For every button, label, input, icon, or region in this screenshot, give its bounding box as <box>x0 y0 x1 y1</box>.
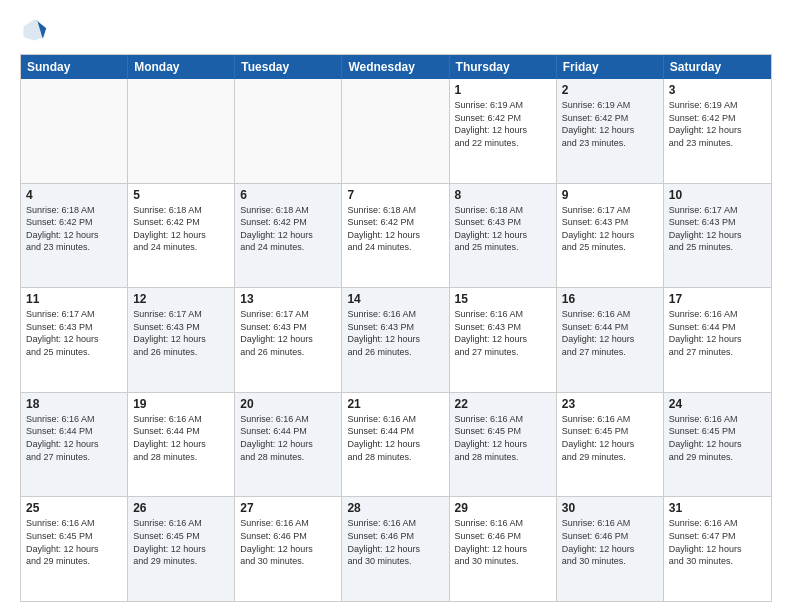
logo <box>20 16 52 44</box>
day-number: 9 <box>562 188 658 202</box>
calendar-cell: 21Sunrise: 6:16 AM Sunset: 6:44 PM Dayli… <box>342 393 449 497</box>
calendar-cell: 11Sunrise: 6:17 AM Sunset: 6:43 PM Dayli… <box>21 288 128 392</box>
day-number: 28 <box>347 501 443 515</box>
day-info: Sunrise: 6:16 AM Sunset: 6:44 PM Dayligh… <box>133 413 229 463</box>
day-info: Sunrise: 6:16 AM Sunset: 6:44 PM Dayligh… <box>562 308 658 358</box>
calendar-cell: 29Sunrise: 6:16 AM Sunset: 6:46 PM Dayli… <box>450 497 557 601</box>
day-info: Sunrise: 6:18 AM Sunset: 6:42 PM Dayligh… <box>26 204 122 254</box>
day-info: Sunrise: 6:16 AM Sunset: 6:44 PM Dayligh… <box>347 413 443 463</box>
calendar-cell <box>342 79 449 183</box>
calendar-cell: 20Sunrise: 6:16 AM Sunset: 6:44 PM Dayli… <box>235 393 342 497</box>
day-info: Sunrise: 6:16 AM Sunset: 6:44 PM Dayligh… <box>240 413 336 463</box>
day-info: Sunrise: 6:16 AM Sunset: 6:43 PM Dayligh… <box>455 308 551 358</box>
day-info: Sunrise: 6:17 AM Sunset: 6:43 PM Dayligh… <box>562 204 658 254</box>
calendar-cell: 27Sunrise: 6:16 AM Sunset: 6:46 PM Dayli… <box>235 497 342 601</box>
day-info: Sunrise: 6:16 AM Sunset: 6:45 PM Dayligh… <box>455 413 551 463</box>
calendar-cell: 31Sunrise: 6:16 AM Sunset: 6:47 PM Dayli… <box>664 497 771 601</box>
day-number: 15 <box>455 292 551 306</box>
day-number: 18 <box>26 397 122 411</box>
day-number: 5 <box>133 188 229 202</box>
day-number: 10 <box>669 188 766 202</box>
day-info: Sunrise: 6:16 AM Sunset: 6:45 PM Dayligh… <box>669 413 766 463</box>
day-number: 4 <box>26 188 122 202</box>
calendar-row: 11Sunrise: 6:17 AM Sunset: 6:43 PM Dayli… <box>21 288 771 393</box>
day-info: Sunrise: 6:16 AM Sunset: 6:46 PM Dayligh… <box>240 517 336 567</box>
calendar-row: 1Sunrise: 6:19 AM Sunset: 6:42 PM Daylig… <box>21 79 771 184</box>
day-info: Sunrise: 6:16 AM Sunset: 6:43 PM Dayligh… <box>347 308 443 358</box>
calendar-cell: 14Sunrise: 6:16 AM Sunset: 6:43 PM Dayli… <box>342 288 449 392</box>
calendar-cell <box>21 79 128 183</box>
calendar-row: 18Sunrise: 6:16 AM Sunset: 6:44 PM Dayli… <box>21 393 771 498</box>
calendar-cell: 9Sunrise: 6:17 AM Sunset: 6:43 PM Daylig… <box>557 184 664 288</box>
day-info: Sunrise: 6:18 AM Sunset: 6:43 PM Dayligh… <box>455 204 551 254</box>
calendar-body: 1Sunrise: 6:19 AM Sunset: 6:42 PM Daylig… <box>21 79 771 601</box>
calendar-cell: 23Sunrise: 6:16 AM Sunset: 6:45 PM Dayli… <box>557 393 664 497</box>
calendar-cell: 30Sunrise: 6:16 AM Sunset: 6:46 PM Dayli… <box>557 497 664 601</box>
calendar-cell: 12Sunrise: 6:17 AM Sunset: 6:43 PM Dayli… <box>128 288 235 392</box>
day-of-week-header: Saturday <box>664 55 771 79</box>
day-info: Sunrise: 6:17 AM Sunset: 6:43 PM Dayligh… <box>669 204 766 254</box>
day-number: 26 <box>133 501 229 515</box>
calendar-cell <box>235 79 342 183</box>
calendar-cell: 7Sunrise: 6:18 AM Sunset: 6:42 PM Daylig… <box>342 184 449 288</box>
day-info: Sunrise: 6:19 AM Sunset: 6:42 PM Dayligh… <box>562 99 658 149</box>
day-info: Sunrise: 6:18 AM Sunset: 6:42 PM Dayligh… <box>347 204 443 254</box>
day-number: 17 <box>669 292 766 306</box>
day-number: 29 <box>455 501 551 515</box>
calendar-cell: 25Sunrise: 6:16 AM Sunset: 6:45 PM Dayli… <box>21 497 128 601</box>
header <box>20 16 772 44</box>
day-info: Sunrise: 6:19 AM Sunset: 6:42 PM Dayligh… <box>669 99 766 149</box>
day-number: 22 <box>455 397 551 411</box>
day-number: 27 <box>240 501 336 515</box>
day-of-week-header: Wednesday <box>342 55 449 79</box>
day-number: 11 <box>26 292 122 306</box>
calendar-cell: 6Sunrise: 6:18 AM Sunset: 6:42 PM Daylig… <box>235 184 342 288</box>
day-info: Sunrise: 6:18 AM Sunset: 6:42 PM Dayligh… <box>133 204 229 254</box>
day-of-week-header: Thursday <box>450 55 557 79</box>
calendar-cell: 10Sunrise: 6:17 AM Sunset: 6:43 PM Dayli… <box>664 184 771 288</box>
calendar-row: 25Sunrise: 6:16 AM Sunset: 6:45 PM Dayli… <box>21 497 771 601</box>
day-number: 21 <box>347 397 443 411</box>
calendar-cell: 3Sunrise: 6:19 AM Sunset: 6:42 PM Daylig… <box>664 79 771 183</box>
day-number: 23 <box>562 397 658 411</box>
day-of-week-header: Monday <box>128 55 235 79</box>
day-number: 16 <box>562 292 658 306</box>
calendar-cell: 2Sunrise: 6:19 AM Sunset: 6:42 PM Daylig… <box>557 79 664 183</box>
calendar-cell: 17Sunrise: 6:16 AM Sunset: 6:44 PM Dayli… <box>664 288 771 392</box>
day-number: 14 <box>347 292 443 306</box>
day-info: Sunrise: 6:17 AM Sunset: 6:43 PM Dayligh… <box>26 308 122 358</box>
calendar-header: SundayMondayTuesdayWednesdayThursdayFrid… <box>21 55 771 79</box>
day-number: 24 <box>669 397 766 411</box>
day-info: Sunrise: 6:17 AM Sunset: 6:43 PM Dayligh… <box>240 308 336 358</box>
day-number: 6 <box>240 188 336 202</box>
calendar-cell: 1Sunrise: 6:19 AM Sunset: 6:42 PM Daylig… <box>450 79 557 183</box>
day-number: 30 <box>562 501 658 515</box>
day-number: 19 <box>133 397 229 411</box>
calendar-cell: 28Sunrise: 6:16 AM Sunset: 6:46 PM Dayli… <box>342 497 449 601</box>
day-number: 7 <box>347 188 443 202</box>
calendar-cell <box>128 79 235 183</box>
day-number: 31 <box>669 501 766 515</box>
day-number: 2 <box>562 83 658 97</box>
day-number: 13 <box>240 292 336 306</box>
day-info: Sunrise: 6:17 AM Sunset: 6:43 PM Dayligh… <box>133 308 229 358</box>
calendar-cell: 24Sunrise: 6:16 AM Sunset: 6:45 PM Dayli… <box>664 393 771 497</box>
day-info: Sunrise: 6:16 AM Sunset: 6:47 PM Dayligh… <box>669 517 766 567</box>
day-number: 25 <box>26 501 122 515</box>
calendar-cell: 22Sunrise: 6:16 AM Sunset: 6:45 PM Dayli… <box>450 393 557 497</box>
day-info: Sunrise: 6:18 AM Sunset: 6:42 PM Dayligh… <box>240 204 336 254</box>
day-info: Sunrise: 6:16 AM Sunset: 6:46 PM Dayligh… <box>455 517 551 567</box>
calendar-cell: 18Sunrise: 6:16 AM Sunset: 6:44 PM Dayli… <box>21 393 128 497</box>
day-number: 20 <box>240 397 336 411</box>
day-number: 1 <box>455 83 551 97</box>
day-info: Sunrise: 6:16 AM Sunset: 6:45 PM Dayligh… <box>562 413 658 463</box>
day-number: 12 <box>133 292 229 306</box>
page: SundayMondayTuesdayWednesdayThursdayFrid… <box>0 0 792 612</box>
calendar-cell: 15Sunrise: 6:16 AM Sunset: 6:43 PM Dayli… <box>450 288 557 392</box>
day-number: 8 <box>455 188 551 202</box>
day-info: Sunrise: 6:16 AM Sunset: 6:45 PM Dayligh… <box>26 517 122 567</box>
logo-icon <box>20 16 48 44</box>
calendar-cell: 16Sunrise: 6:16 AM Sunset: 6:44 PM Dayli… <box>557 288 664 392</box>
day-of-week-header: Tuesday <box>235 55 342 79</box>
calendar-cell: 5Sunrise: 6:18 AM Sunset: 6:42 PM Daylig… <box>128 184 235 288</box>
